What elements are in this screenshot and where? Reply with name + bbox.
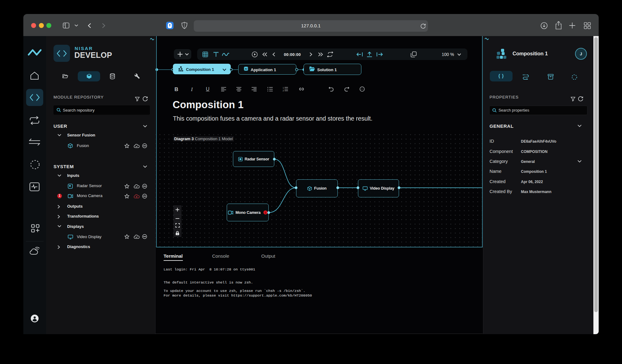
svg-text:AI: AI: [245, 67, 247, 70]
svg-text:1: 1: [283, 87, 284, 89]
svg-text:2: 2: [283, 90, 284, 91]
